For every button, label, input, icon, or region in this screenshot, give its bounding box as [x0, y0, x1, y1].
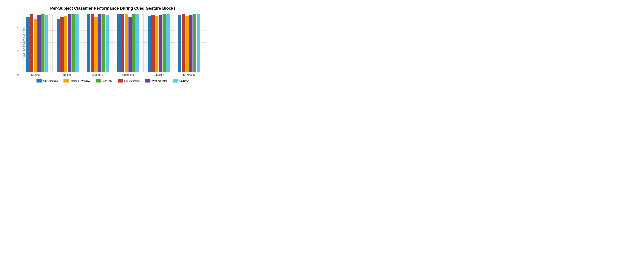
- bar-0-subject-0: [26, 17, 30, 72]
- legend-label: Arm Stiffening: [43, 80, 58, 82]
- subject-group: [52, 14, 83, 72]
- bar-1-subject-3: [121, 14, 124, 72]
- subject-group: [144, 14, 174, 72]
- legend: Arm StiffeningRotation CW/CCWLeft/RightF…: [20, 79, 206, 83]
- legend-color-swatch: [36, 79, 42, 83]
- y-tick-label: 50: [16, 74, 19, 77]
- legend-color-swatch: [145, 79, 150, 83]
- bar-4-subject-5: [193, 14, 196, 72]
- bar-2-subject-3: [125, 14, 128, 72]
- legend-row: Arm StiffeningRotation CW/CCWLeft/Right: [36, 79, 112, 83]
- bar-0-subject-5: [178, 15, 181, 72]
- bar-5-subject-5: [196, 14, 200, 72]
- bar-0-subject-2: [87, 14, 90, 72]
- bar-5-subject-3: [136, 14, 139, 72]
- legend-color-swatch: [173, 79, 178, 83]
- bar-4-subject-2: [102, 14, 105, 72]
- bar-5-subject-2: [106, 15, 109, 72]
- legend-color-swatch: [64, 79, 69, 83]
- bar-3-subject-3: [128, 17, 132, 72]
- x-label-subject-2: Subject 2: [52, 72, 82, 76]
- legend-item: Rotation CW/CCW: [64, 79, 90, 83]
- y-tick-label: 90: [16, 26, 19, 29]
- subject-group: [83, 14, 113, 72]
- bar-4-subject-3: [132, 14, 136, 72]
- legend-item: Fist Clenching: [118, 79, 140, 83]
- bar-1-subject-0: [30, 14, 33, 72]
- legend-label: Fist Clenching: [124, 80, 140, 82]
- legend-row: Fist ClenchingWrist ActivatedUp/Down: [118, 79, 189, 83]
- bar-5-subject-1: [75, 14, 78, 72]
- x-label-subject-3: Subject 3: [82, 72, 113, 76]
- x-labels: Subject 1Subject 2Subject 3Subject 4Subj…: [20, 72, 206, 76]
- legend-item: Left/Right: [96, 79, 112, 83]
- y-tick-label: 70: [16, 50, 19, 53]
- legend-label: Up/Down: [180, 80, 189, 82]
- bar-5-subject-4: [166, 14, 170, 72]
- bar-5-subject-0: [45, 15, 48, 72]
- subject-group: [113, 14, 144, 72]
- subject-group: [22, 14, 52, 72]
- legend-item: Up/Down: [173, 79, 189, 83]
- chart-title: Per-Subject Classifier Performance Durin…: [20, 6, 206, 11]
- x-label-subject-6: Subject 6: [174, 72, 204, 76]
- bar-1-subject-1: [60, 17, 64, 72]
- bar-3-subject-4: [159, 15, 162, 72]
- bar-2-subject-5: [186, 16, 189, 72]
- bar-1-subject-2: [91, 14, 94, 72]
- chart-container: Per-Subject Classifier Performance Durin…: [5, 2, 210, 88]
- legend-label: Left/Right: [102, 80, 112, 82]
- bar-3-subject-2: [98, 14, 102, 72]
- bar-0-subject-3: [117, 14, 121, 72]
- bar-3-subject-0: [38, 15, 41, 72]
- bar-4-subject-4: [162, 14, 166, 72]
- bar-3-subject-5: [189, 15, 192, 72]
- x-label-subject-4: Subject 4: [113, 72, 143, 76]
- legend-color-swatch: [96, 79, 101, 83]
- bar-2-subject-1: [64, 16, 68, 72]
- x-label-subject-5: Subject 5: [143, 72, 174, 76]
- bar-1-subject-5: [182, 14, 185, 72]
- bar-3-subject-1: [68, 14, 71, 72]
- legend-item: Wrist Activated: [145, 79, 168, 83]
- x-label-subject-1: Subject 1: [22, 72, 52, 76]
- bar-0-subject-4: [148, 16, 151, 72]
- subject-group: [174, 14, 204, 72]
- legend-label: Wrist Activated: [152, 80, 168, 82]
- bar-4-subject-1: [72, 14, 75, 72]
- bar-2-subject-0: [34, 18, 37, 72]
- chart-area: 1030507090: [20, 13, 206, 72]
- bar-2-subject-4: [155, 16, 158, 72]
- legend-color-swatch: [118, 79, 123, 83]
- legend-item: Arm Stiffening: [36, 79, 58, 83]
- bar-1-subject-4: [151, 15, 155, 72]
- bar-0-subject-1: [56, 19, 60, 72]
- bar-4-subject-0: [41, 14, 44, 72]
- legend-label: Rotation CW/CCW: [70, 80, 90, 82]
- bar-2-subject-2: [94, 17, 98, 72]
